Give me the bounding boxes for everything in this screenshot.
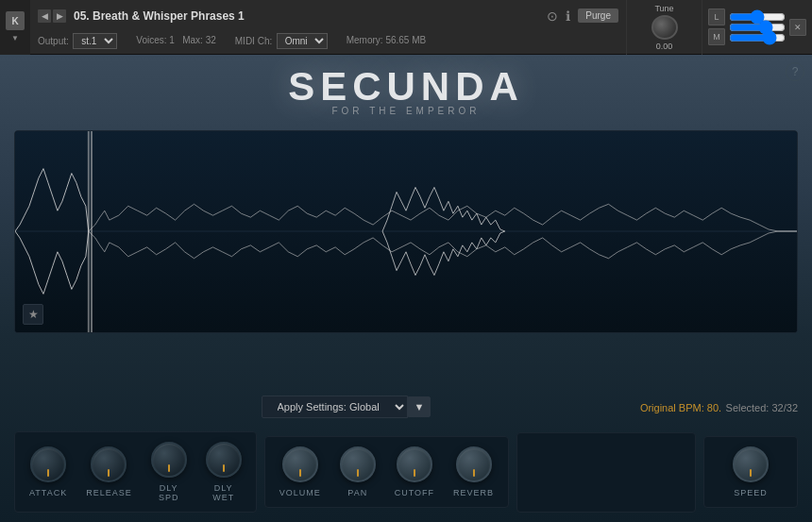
info-icon[interactable]: ℹ	[566, 8, 570, 24]
tune-value: 0.00	[656, 42, 673, 51]
knob-group-1: ATTACK RELEASE DLY SPD DLY WET	[14, 431, 257, 513]
pan-knob[interactable]	[340, 446, 376, 482]
bottom-bar: Apply Settings: Global ▼ Original BPM: 8…	[14, 396, 798, 418]
knob-group-3: SPEED	[703, 436, 798, 508]
nav-prev-button[interactable]: ◀	[38, 9, 51, 23]
knob-item-dly-spd: DLY SPD	[151, 442, 187, 502]
sliders-area	[729, 13, 786, 42]
midi-label: MIDI Ch:	[235, 36, 272, 46]
apply-settings-area: Apply Settings: Global ▼	[262, 396, 431, 418]
waveform-svg	[15, 131, 797, 332]
top-bar: K ▼ ◀ ▶ 05. Breath & Whisper Phrases 1 ⊙…	[0, 0, 812, 55]
knob-item-reverb: REVERB	[453, 446, 494, 497]
tune-section: Tune 0.00	[626, 0, 702, 55]
camera-icon[interactable]: ⊙	[547, 8, 558, 24]
knob-item-pan: PAN	[340, 446, 376, 497]
knob-item-speed: SPEED	[733, 446, 769, 497]
empty-section	[516, 432, 696, 513]
dly-wet-label: DLY WET	[206, 483, 242, 502]
midi-select[interactable]: Omni	[277, 33, 328, 49]
apply-settings-arrow[interactable]: ▼	[408, 396, 431, 417]
knob-item-cutoff: CUTOFF	[395, 446, 434, 497]
volume-knob[interactable]	[282, 446, 318, 482]
output-label: Output:	[38, 36, 69, 46]
selected-info: Selected: 32/32	[726, 402, 798, 413]
title-secunda: SECUNDA	[0, 64, 812, 109]
bpm-info: Original BPM: 80.	[640, 402, 721, 413]
tune-knob[interactable]	[651, 15, 678, 40]
output-select[interactable]: st.1	[73, 33, 117, 49]
knob-item-release: RELEASE	[86, 446, 132, 497]
main-content: ? SECUNDA FOR THE EMPEROR	[0, 55, 812, 522]
reverb-label: REVERB	[453, 488, 494, 497]
memory-text: Memory: 56.65 MB	[347, 35, 427, 45]
dly-wet-knob[interactable]	[206, 442, 242, 478]
bpm-selected-info: Original BPM: 80. Selected: 32/32	[640, 398, 798, 415]
speed-label: SPEED	[734, 488, 768, 497]
star-button[interactable]: ★	[23, 304, 43, 325]
logo-arrow: ▼	[11, 34, 19, 42]
cutoff-label: CUTOFF	[395, 488, 434, 497]
waveform-canvas	[15, 131, 797, 332]
apply-settings-dropdown[interactable]: Apply Settings: Global	[262, 396, 408, 418]
slider-3[interactable]	[729, 34, 786, 42]
speed-knob[interactable]	[733, 446, 769, 482]
logo-area: K ▼	[0, 0, 30, 55]
dly-spd-label: DLY SPD	[151, 483, 187, 502]
nav-next-button[interactable]: ▶	[53, 9, 66, 23]
tune-label: Tune	[654, 4, 673, 13]
title-area: SECUNDA FOR THE EMPEROR	[0, 64, 812, 116]
dly-spd-knob[interactable]	[151, 442, 187, 478]
close-button[interactable]: ✕	[789, 19, 806, 36]
knob-item-attack: ATTACK	[29, 446, 67, 497]
volume-label: VOLUME	[279, 488, 321, 497]
instrument-name-bar: ◀ ▶ 05. Breath & Whisper Phrases 1 ⊙ ℹ P…	[30, 0, 626, 56]
ctrl-m-button[interactable]: M	[708, 28, 725, 45]
knobs-section: ATTACK RELEASE DLY SPD DLY WET VOLUME	[14, 431, 798, 513]
ctrl-l-button[interactable]: L	[708, 8, 725, 25]
instrument-title: 05. Breath & Whisper Phrases 1	[74, 9, 245, 23]
knob-item-volume: VOLUME	[279, 446, 321, 497]
reverb-knob[interactable]	[456, 446, 492, 482]
attack-knob[interactable]	[30, 446, 66, 482]
instrument-row-2: Output: st.1 Voices: 1 Max: 32 MIDI Ch: …	[38, 29, 618, 52]
purge-button[interactable]: Purge	[578, 8, 618, 23]
pan-label: PAN	[347, 488, 367, 497]
waveform-section[interactable]: ★	[14, 130, 798, 333]
attack-label: ATTACK	[29, 488, 67, 497]
cutoff-knob[interactable]	[397, 446, 432, 482]
release-knob[interactable]	[91, 446, 127, 482]
knob-item-dly-wet: DLY WET	[206, 442, 242, 502]
kontakt-logo: K	[6, 11, 25, 30]
nav-arrows: ◀ ▶	[38, 9, 66, 23]
title-sub: FOR THE EMPEROR	[0, 106, 812, 116]
release-label: RELEASE	[86, 488, 132, 497]
voices-text: Voices: 1 Max: 32	[136, 35, 216, 45]
right-controls: L M ✕	[702, 0, 812, 55]
instrument-row-1: ◀ ▶ 05. Breath & Whisper Phrases 1 ⊙ ℹ P…	[38, 3, 618, 29]
waveform-playhead	[91, 131, 93, 332]
knob-group-2: VOLUME PAN CUTOFF REVERB	[264, 436, 509, 508]
